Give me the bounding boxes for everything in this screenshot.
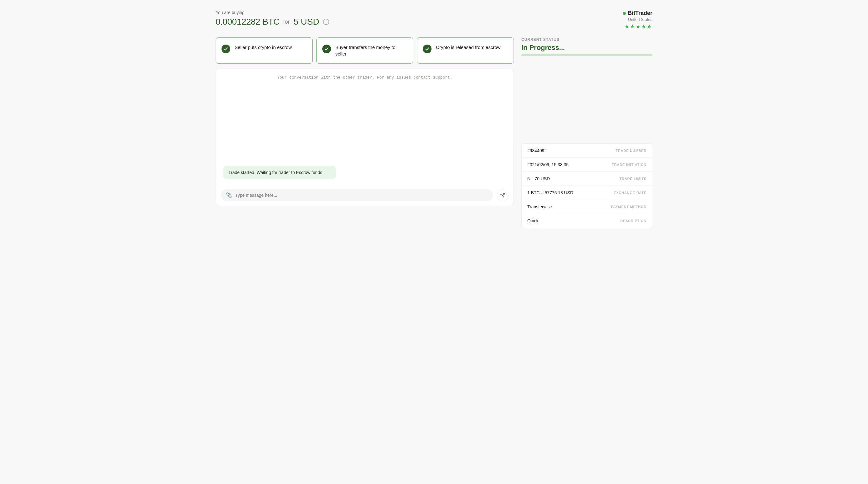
seller-name-row: BitTrader — [623, 10, 652, 17]
trade-detail-row-description: Quick DESCRIPTION — [522, 214, 652, 228]
trade-initiation-label: TRADE INITIATION — [612, 163, 647, 166]
buying-label: You are buying — [216, 10, 329, 15]
seller-info: BitTrader United States ★★★★★ — [623, 10, 652, 30]
right-panel: CURRENT STATUS In Progress... #9344092 T… — [521, 37, 652, 228]
chat-info-text: Your conversation with the other trader.… — [223, 75, 506, 80]
trade-limits-label: TRADE LIMITS — [619, 177, 647, 181]
seller-stars: ★★★★★ — [623, 23, 652, 30]
trade-description-label: DESCRIPTION — [620, 219, 647, 223]
trade-detail-row-number: #9344092 TRADE NUMBER — [522, 144, 652, 158]
chat-messages: Trade started. Waiting for trader to Esc… — [216, 85, 514, 185]
main-content: Seller puts crypto in escrow Buyer trans… — [216, 37, 652, 228]
chat-input[interactable] — [235, 193, 488, 198]
trade-detail-row-limits: 5 – 70 USD TRADE LIMITS — [522, 172, 652, 186]
page-container: You are buying 0.00012282 BTC for 5 USD … — [216, 10, 652, 228]
for-label: for — [283, 19, 290, 25]
step-check-3 — [423, 44, 432, 53]
trade-detail-row-payment: Transferwise PAYMENT METHOD — [522, 200, 652, 214]
step-check-2 — [322, 44, 331, 53]
step-text-3: Crypto is released from escrow — [436, 44, 500, 51]
trade-exchange-label: EXCHANGE RATE — [614, 191, 647, 195]
seller-country: United States — [623, 17, 652, 22]
chat-input-area: 📎 — [216, 185, 514, 205]
info-icon[interactable]: i — [323, 19, 329, 25]
status-progress-bar — [521, 54, 652, 56]
buying-amount: 0.00012282 BTC for 5 USD i — [216, 17, 329, 27]
amount-usd: 5 USD — [293, 17, 319, 27]
trade-detail-row-exchange: 1 BTC = 57775.18 USD EXCHANGE RATE — [522, 186, 652, 200]
seller-online-dot — [623, 12, 626, 15]
step-card-3: Crypto is released from escrow — [417, 37, 514, 64]
current-status-label: CURRENT STATUS — [521, 37, 652, 42]
seller-name: BitTrader — [628, 10, 652, 17]
trade-number-value: #9344092 — [527, 148, 547, 153]
trade-detail-row-initiation: 2021/02/09, 15:38:35 TRADE INITIATION — [522, 158, 652, 172]
steps-row: Seller puts crypto in escrow Buyer trans… — [216, 37, 514, 64]
trade-payment-value: Transferwise — [527, 204, 552, 209]
current-status-section: CURRENT STATUS In Progress... — [521, 37, 652, 56]
buying-info: You are buying 0.00012282 BTC for 5 USD … — [216, 10, 329, 27]
step-card-1: Seller puts crypto in escrow — [216, 37, 313, 64]
trade-initiation-value: 2021/02/09, 15:38:35 — [527, 162, 568, 167]
send-icon — [500, 193, 505, 198]
trade-payment-label: PAYMENT METHOD — [611, 205, 647, 208]
step-card-2: Buyer transfers the money to seller — [316, 37, 413, 64]
trade-description-value: Quick — [527, 218, 538, 223]
trade-details: #9344092 TRADE NUMBER 2021/02/09, 15:38:… — [521, 143, 652, 228]
top-row: You are buying 0.00012282 BTC for 5 USD … — [216, 10, 652, 30]
chat-input-wrapper[interactable]: 📎 — [221, 189, 493, 201]
current-status-value: In Progress... — [521, 44, 652, 52]
chat-area: Your conversation with the other trader.… — [216, 69, 514, 205]
step-text-2: Buyer transfers the money to seller — [335, 44, 407, 57]
amount-btc: 0.00012282 BTC — [216, 17, 280, 27]
trade-limits-value: 5 – 70 USD — [527, 176, 550, 181]
trade-exchange-value: 1 BTC = 57775.18 USD — [527, 190, 573, 195]
trade-number-label: TRADE NUMBER — [616, 149, 647, 153]
send-button[interactable] — [497, 189, 508, 201]
step-check-1 — [221, 44, 230, 53]
attach-icon[interactable]: 📎 — [226, 192, 232, 198]
system-message: Trade started. Waiting for trader to Esc… — [223, 166, 336, 179]
step-text-1: Seller puts crypto in escrow — [235, 44, 292, 51]
left-panel: Seller puts crypto in escrow Buyer trans… — [216, 37, 514, 205]
chat-info-bar: Your conversation with the other trader.… — [216, 69, 514, 85]
